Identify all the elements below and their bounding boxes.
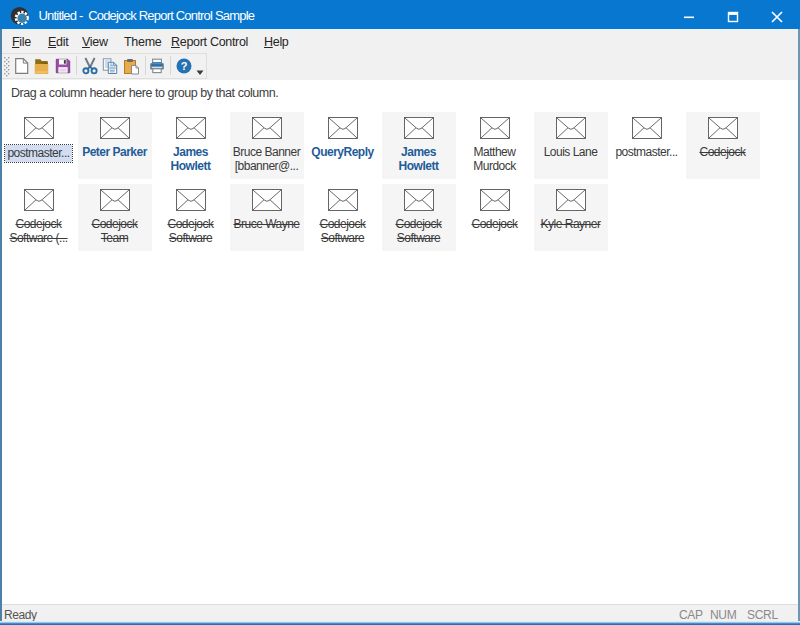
svg-text:?: ? bbox=[181, 60, 188, 72]
